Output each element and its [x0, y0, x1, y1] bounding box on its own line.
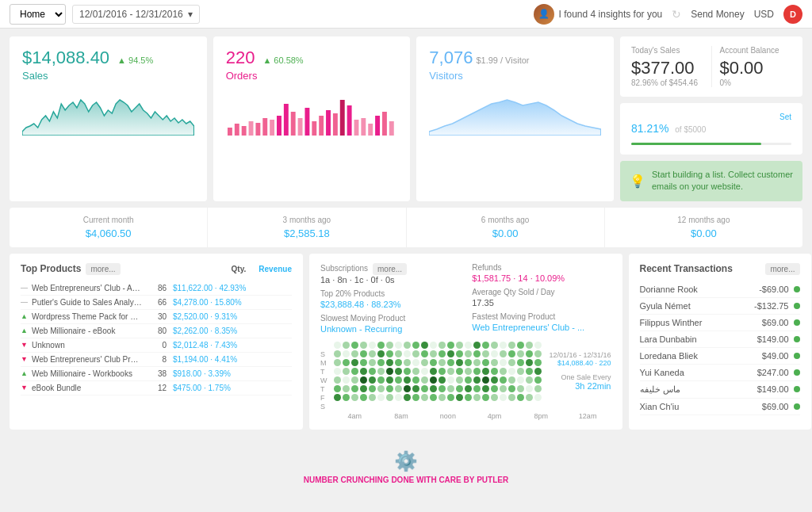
visitors-subtitle: $1.99 / Visitor — [476, 55, 529, 65]
heatmap-cell — [482, 394, 489, 401]
heatmap-cell — [508, 385, 515, 392]
product-row: ▼ Web Entrepreneurs' Club Prem... 8 $1,1… — [21, 353, 292, 367]
heatmap-cell — [534, 342, 542, 349]
product-row: ▲ Wordpress Theme Pack for We... 30 $2,5… — [21, 310, 292, 324]
user-avatar[interactable]: D — [783, 5, 802, 24]
svg-rect-8 — [284, 104, 289, 136]
heatmap-cell — [473, 350, 481, 357]
tx-amount: $69.00 — [762, 402, 789, 411]
tx-amount: $247.00 — [757, 368, 789, 377]
heatmap-cell — [482, 368, 489, 375]
goal-set-button[interactable]: Set — [779, 113, 791, 121]
transactions-list: Dorianne Rook -$69.00 Gyula Német -$132.… — [640, 281, 800, 415]
send-money-button[interactable]: Send Money — [691, 9, 744, 20]
home-select[interactable]: Home — [10, 4, 66, 25]
rev-header: Revenue — [259, 265, 292, 273]
heatmap-cell — [447, 359, 454, 366]
heatmap-cell — [334, 376, 341, 384]
product-name: Putler's Guide to Sales Analysi... — [32, 298, 143, 307]
svg-rect-16 — [339, 100, 344, 136]
heatmap-cell — [526, 385, 533, 392]
tx-amount: $69.00 — [762, 318, 789, 327]
insights-text: I found 4 insights for you — [559, 9, 663, 20]
svg-rect-22 — [382, 112, 387, 136]
heatmap-cell — [517, 359, 524, 366]
transactions-card: Recent Transactions more... Dorianne Roo… — [629, 254, 811, 430]
heatmap-cell — [386, 385, 393, 392]
heatmap-cell — [517, 376, 524, 384]
transactions-header: Recent Transactions more... — [640, 263, 800, 275]
heatmap-cell — [500, 368, 507, 375]
product-name: Web Entrepreneurs' Club Prem... — [32, 355, 143, 364]
refunds-value: $1,581.75 · 14 · 10.09% — [472, 273, 611, 283]
goal-of: of $5000 — [675, 125, 706, 134]
tx-status-dot — [794, 369, 800, 376]
goal-percent: 81.21% — [631, 113, 675, 137]
heatmap-cell — [473, 385, 481, 392]
heatmap-cell — [465, 376, 472, 384]
heatmap-cell — [351, 368, 358, 375]
svg-rect-11 — [304, 108, 309, 136]
product-row: ▲ Web Millionaire - eBook 80 $2,262.00 ·… — [21, 324, 292, 338]
heatmap-cell — [343, 376, 350, 384]
heatmap-cell — [491, 385, 498, 392]
heatmap-cell — [500, 359, 507, 366]
products-more-button[interactable]: more... — [86, 263, 120, 275]
svg-rect-13 — [319, 116, 324, 136]
product-row: ▼ Unknown 0 $2,012.48 · 7.43% — [21, 338, 292, 353]
product-row: ▲ Web Millionaire - Workbooks 38 $918.00… — [21, 367, 292, 381]
product-row: — Web Entrepreneurs' Club - An... 86 $11… — [21, 281, 292, 296]
visitors-chart — [429, 88, 601, 190]
heatmap-cell — [430, 368, 437, 375]
svg-rect-21 — [375, 116, 380, 136]
goal-bar-bg — [631, 143, 791, 145]
heatmap-cell — [404, 385, 411, 392]
svg-rect-0 — [228, 128, 232, 136]
time-12months-label: 12 months ago — [618, 216, 790, 224]
heatmap-cell — [517, 385, 524, 392]
refunds-label: Refunds — [472, 263, 611, 272]
tx-status-dot — [794, 286, 800, 292]
currency-label: USD — [754, 9, 774, 20]
product-trend-icon: ▲ — [21, 312, 32, 320]
heatmap-cell — [482, 342, 489, 349]
time-3months-label: 3 months ago — [220, 216, 393, 224]
heatmap-cell — [395, 359, 402, 366]
kpi-cards: $14,088.40 ▲ 94.5% Sales — [10, 36, 614, 201]
product-trend-icon: ▼ — [21, 384, 32, 392]
heatmap-cell — [491, 376, 498, 384]
heatmap-cell — [334, 359, 341, 366]
heatmap-cell — [369, 376, 376, 384]
insights-badge: 👤 I found 4 insights for you — [534, 4, 663, 25]
svg-rect-3 — [248, 121, 253, 136]
heatmap-cell — [395, 376, 402, 384]
date-range-picker[interactable]: 12/01/2016 - 12/31/2016 ▾ — [72, 5, 200, 24]
heatmap-cell — [386, 350, 393, 357]
heatmap-cell — [517, 350, 524, 357]
heatmap-cell — [482, 376, 489, 384]
tx-status-dot — [794, 353, 800, 359]
heatmap-cell — [360, 359, 367, 366]
tx-name: Dorianne Rook — [640, 285, 760, 294]
svg-rect-10 — [297, 118, 302, 136]
product-name: eBook Bundle — [32, 384, 143, 392]
time-6months-label: 6 months ago — [419, 216, 592, 224]
product-qty: 12 — [143, 384, 167, 392]
refresh-icon[interactable]: ↻ — [672, 8, 681, 21]
transaction-row: Loredana Bliek $49.00 — [640, 348, 800, 365]
product-revenue: $2,520.00 · 9.31% — [173, 312, 237, 321]
heatmap-cell — [395, 394, 402, 401]
product-name: Web Millionaire - Workbooks — [32, 369, 143, 378]
transactions-more-button[interactable]: more... — [765, 263, 799, 275]
subscriptions-more-button[interactable]: more... — [373, 263, 407, 275]
time-3months: 3 months ago $2,585.18 — [208, 208, 406, 247]
heatmap-cell — [534, 350, 542, 357]
heatmap-cell — [421, 385, 428, 392]
subscriptions-section: Subscriptions more... 1a · 8n · 1c · 0f … — [320, 263, 459, 334]
heatmap-cell — [395, 368, 402, 375]
heatmap-cell — [412, 359, 419, 366]
heatmap-cell — [369, 359, 376, 366]
heatmap-cell — [369, 350, 376, 357]
heatmap-cell — [534, 394, 542, 401]
product-trend-icon: ▼ — [21, 355, 32, 363]
